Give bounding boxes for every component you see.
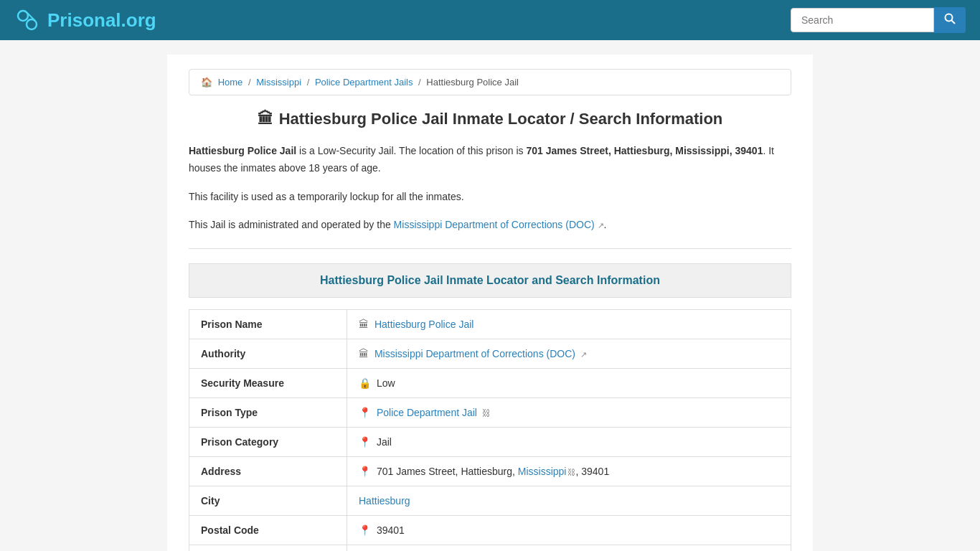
breadcrumb-state[interactable]: Mississippi xyxy=(256,77,301,88)
logo-domain: .org xyxy=(121,9,156,31)
value-prison-category: 📍 Jail xyxy=(347,428,791,457)
prison-type-icon: 📍 xyxy=(359,407,371,418)
section-title: Hattiesburg Police Jail Inmate Locator a… xyxy=(189,263,791,298)
breadcrumb-home[interactable]: Home xyxy=(218,77,243,88)
value-security: 🔒 Low xyxy=(347,369,791,398)
description-3: This Jail is administrated and operated … xyxy=(189,217,791,234)
prison-name-icon: 🏛 xyxy=(359,319,369,330)
table-row: Prison Type 📍 Police Department Jail ⛓ xyxy=(189,398,791,428)
label-city: City xyxy=(189,486,347,516)
search-button[interactable] xyxy=(934,7,966,33)
description-1: Hattiesburg Police Jail is a Low-Securit… xyxy=(189,143,791,177)
prison-title-icon: 🏛 xyxy=(258,110,273,128)
security-icon: 🔒 xyxy=(359,377,371,389)
table-row: Address 📍 701 James Street, Hattiesburg,… xyxy=(189,457,791,486)
search-area xyxy=(791,7,966,33)
label-prison-category: Prison Category xyxy=(189,428,347,457)
table-row: Prison Name 🏛 Hattiesburg Police Jail xyxy=(189,310,791,339)
external-icon: ↗ xyxy=(580,350,587,359)
prison-name-link[interactable]: Hattiesburg Police Jail xyxy=(374,319,474,330)
divider xyxy=(189,248,791,249)
state-chain-icon: ⛓ xyxy=(567,468,575,476)
page-title: 🏛 Hattiesburg Police Jail Inmate Locator… xyxy=(189,110,791,128)
state-link[interactable]: Mississippi xyxy=(518,466,567,477)
table-row: Security Measure 🔒 Low xyxy=(189,369,791,398)
label-security: Security Measure xyxy=(189,369,347,398)
postal-icon: 📍 xyxy=(359,524,371,536)
description-2: This facility is used as a temporarily l… xyxy=(189,189,791,206)
category-icon: 📍 xyxy=(359,436,371,448)
breadcrumb-type[interactable]: Police Department Jails xyxy=(315,77,413,88)
search-input[interactable] xyxy=(791,8,934,32)
value-city: Hattiesburg xyxy=(347,486,791,516)
logo-area: Prisonal.org xyxy=(14,7,156,33)
table-row: Authority 🏛 Mississippi Department of Co… xyxy=(189,339,791,369)
authority-icon: 🏛 xyxy=(359,348,369,359)
table-row: Postal Code 📍 39401 xyxy=(189,516,791,545)
main-content: 🏠 Home / Mississippi / Police Department… xyxy=(167,55,813,551)
info-table: Prison Name 🏛 Hattiesburg Police Jail Au… xyxy=(189,309,791,551)
prison-type-link[interactable]: Police Department Jail xyxy=(377,407,477,418)
doc-link[interactable]: Mississippi Department of Corrections (D… xyxy=(394,219,595,230)
breadcrumb-current: Hattiesburg Police Jail xyxy=(426,77,519,88)
logo-icon xyxy=(14,7,40,33)
breadcrumb: 🏠 Home / Mississippi / Police Department… xyxy=(189,69,791,95)
city-link[interactable]: Hattiesburg xyxy=(359,495,410,507)
label-prison-type: Prison Type xyxy=(189,398,347,428)
search-icon xyxy=(944,13,956,24)
table-row: Prison Category 📍 Jail xyxy=(189,428,791,457)
label-county: County xyxy=(189,545,347,551)
svg-line-4 xyxy=(952,21,956,24)
authority-link[interactable]: Mississippi Department of Corrections (D… xyxy=(374,348,575,359)
table-row: County 🚩 Forrest County xyxy=(189,545,791,551)
value-county: 🚩 Forrest County xyxy=(347,545,791,551)
logo-text[interactable]: Prisonal.org xyxy=(47,9,156,32)
address-icon: 📍 xyxy=(359,466,371,477)
label-postal: Postal Code xyxy=(189,516,347,545)
value-authority: 🏛 Mississippi Department of Corrections … xyxy=(347,339,791,369)
home-icon: 🏠 xyxy=(201,77,212,88)
label-prison-name: Prison Name xyxy=(189,310,347,339)
logo-main: Prisonal xyxy=(47,9,121,31)
label-address: Address xyxy=(189,457,347,486)
value-postal: 📍 39401 xyxy=(347,516,791,545)
chain-icon: ⛓ xyxy=(482,408,491,418)
header: Prisonal.org xyxy=(0,0,980,40)
svg-point-3 xyxy=(946,14,953,22)
svg-point-1 xyxy=(27,19,37,29)
label-authority: Authority xyxy=(189,339,347,369)
value-address: 📍 701 James Street, Hattiesburg, Mississ… xyxy=(347,457,791,486)
value-prison-name: 🏛 Hattiesburg Police Jail xyxy=(347,310,791,339)
value-prison-type: 📍 Police Department Jail ⛓ xyxy=(347,398,791,428)
table-row: City Hattiesburg xyxy=(189,486,791,516)
